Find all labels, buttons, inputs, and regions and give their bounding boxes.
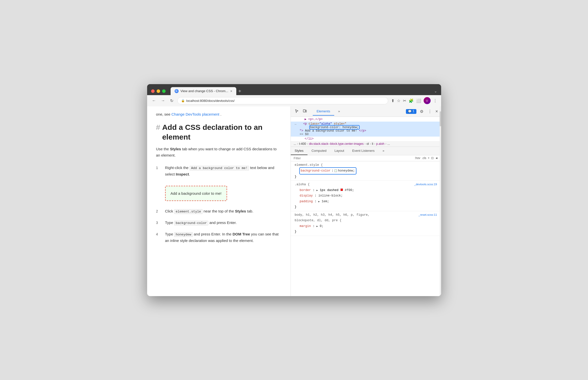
aloha-border[interactable]: border : ▶ 1px dashed #f00; bbox=[295, 188, 437, 193]
devtools-more-icon[interactable]: ⋮ bbox=[427, 108, 433, 115]
styles-panel: Styles Computed Layout Event Listeners »… bbox=[291, 147, 441, 296]
tabs-area: G View and change CSS - Chrom... × + bbox=[171, 87, 431, 95]
element-style-header: element.style { bbox=[295, 162, 437, 168]
step-content-2: Click element.style near the top of the … bbox=[165, 208, 282, 214]
border-expand[interactable]: ▶ bbox=[316, 189, 318, 192]
menu-icon[interactable]: ⋮ bbox=[433, 98, 437, 103]
hov-button[interactable]: :hov bbox=[415, 156, 420, 160]
dom-line-selected[interactable]: … <p class="aloha" style=" background-co… bbox=[291, 122, 441, 137]
tab-title: View and change CSS - Chrom... bbox=[181, 89, 228, 93]
traffic-lights bbox=[151, 89, 166, 93]
bc-ol[interactable]: ol bbox=[366, 142, 369, 146]
reset-section: _reset.scss:11 body, h1, h2, h3, h4, h5,… bbox=[291, 211, 441, 236]
aloha-padding[interactable]: padding : ▶ 1em; bbox=[295, 199, 437, 204]
devtools: Elements » 💬 1 ⚙ ⋮ × bbox=[291, 106, 441, 296]
step-content-4: Type honeydew and press Enter. In the DO… bbox=[165, 231, 282, 244]
demo-box[interactable]: Add a background color to me! bbox=[165, 186, 227, 201]
cls-button[interactable]: .cls bbox=[422, 156, 426, 160]
tab-layout[interactable]: Layout bbox=[330, 147, 348, 155]
maximize-traffic-light[interactable] bbox=[162, 89, 166, 93]
cut-icon[interactable]: ✂ bbox=[403, 98, 406, 103]
tab-event-listeners[interactable]: Event Listeners bbox=[348, 147, 379, 155]
code-reference-4: honeydew bbox=[174, 232, 193, 237]
devtools-panel: Elements » 💬 1 ⚙ ⋮ × bbox=[291, 106, 441, 296]
dom-line-1: ▶ <p>…</p> bbox=[291, 117, 441, 122]
step-number-4: 4 bbox=[156, 231, 161, 237]
aloha-close: } bbox=[295, 204, 437, 210]
share-icon[interactable]: ⬆ bbox=[391, 98, 394, 103]
page-description: Use the Styles tab when you want to chan… bbox=[156, 146, 282, 159]
bc-div[interactable]: div.stack.stack--block.type.center-image… bbox=[309, 142, 364, 146]
aloha-display[interactable]: display : inline-block; bbox=[295, 193, 437, 199]
forward-button[interactable]: → bbox=[160, 97, 166, 104]
color-swatch-red[interactable] bbox=[340, 189, 343, 191]
bc-li[interactable]: li bbox=[372, 142, 373, 146]
devtools-header: Elements » 💬 1 ⚙ ⋮ × bbox=[291, 106, 441, 117]
refresh-button[interactable]: ↻ bbox=[169, 97, 174, 104]
url-text: localhost:8080/docs/devtools/css/ bbox=[186, 99, 235, 103]
active-tab[interactable]: G View and change CSS - Chrom... × bbox=[171, 87, 236, 95]
new-style-rule-icon[interactable]: ⊡ bbox=[431, 156, 434, 160]
reset-source[interactable]: _reset.scss:11 bbox=[418, 212, 437, 217]
tab-computed[interactable]: Computed bbox=[307, 147, 330, 155]
heading-hash: # bbox=[156, 122, 160, 132]
step-number: 1 bbox=[156, 165, 161, 171]
bg-color-prop-highlighted: background-color : honeydew; bbox=[300, 168, 356, 174]
device-toggle-icon[interactable] bbox=[302, 108, 308, 115]
color-swatch-honeydew[interactable] bbox=[334, 170, 337, 172]
code-reference-1: Add a background color to me! bbox=[190, 166, 249, 171]
chat-icon: 💬 bbox=[408, 110, 412, 113]
dom-tag: ▶ <p>…</p> bbox=[305, 118, 323, 121]
add-style-button[interactable]: + bbox=[428, 156, 430, 160]
heading-text: Add a CSS declaration to an element bbox=[162, 122, 281, 142]
step-1: 1 Right-click the Add a background color… bbox=[156, 165, 282, 203]
step-content: Right-click the Add a background color t… bbox=[165, 165, 282, 203]
url-bar[interactable]: 🔒 localhost:8080/docs/devtools/css/ bbox=[177, 97, 388, 104]
devtools-tabs: Elements » bbox=[313, 107, 403, 116]
bc-t400[interactable]: t-400 bbox=[299, 142, 306, 146]
tab-more[interactable]: » bbox=[379, 147, 388, 155]
new-tab-button[interactable]: + bbox=[236, 87, 243, 95]
elements-tab[interactable]: Elements bbox=[313, 107, 334, 116]
back-button[interactable]: ← bbox=[151, 97, 157, 104]
devtools-close-button[interactable]: × bbox=[435, 109, 438, 114]
step-number-3: 3 bbox=[156, 219, 161, 225]
bc-p[interactable]: p.aloh bbox=[376, 142, 384, 146]
close-traffic-light[interactable] bbox=[151, 89, 155, 93]
aloha-section: _devtools.scss:19 .aloha { border : ▶ 1p… bbox=[291, 181, 441, 211]
more-tabs-button[interactable]: » bbox=[334, 107, 344, 116]
aloha-source[interactable]: _devtools.scss:19 bbox=[414, 182, 437, 187]
extensions-icon[interactable]: 🧩 bbox=[409, 98, 414, 103]
padding-expand[interactable]: ▶ bbox=[318, 200, 320, 203]
breadcrumb-text: one, see Change DevTools placement . bbox=[156, 111, 282, 117]
page-heading: # Add a CSS declaration to an element bbox=[156, 122, 282, 142]
style-prop-bg-color[interactable]: background-color : honeydew; bbox=[295, 168, 437, 174]
demo-box-text: Add a background color to me! bbox=[171, 191, 222, 195]
profile-icon[interactable]: ⬜ bbox=[416, 98, 421, 103]
scrollbar-track[interactable] bbox=[440, 106, 441, 296]
settings-icon[interactable]: ⚙ bbox=[419, 108, 424, 115]
toggle-sidebar-icon[interactable]: ◄ bbox=[435, 156, 438, 160]
tab-styles[interactable]: Styles bbox=[291, 147, 307, 155]
filter-input[interactable] bbox=[294, 156, 413, 160]
bc-more: ... bbox=[387, 142, 390, 146]
tab-close-button[interactable]: × bbox=[230, 89, 232, 93]
dom-line-closing: </li> bbox=[291, 137, 441, 141]
step-3: 3 Type background-color and press Enter. bbox=[156, 219, 282, 226]
main-area: one, see Change DevTools placement . # A… bbox=[147, 106, 441, 296]
reset-margin[interactable]: margin : ▶ 0; bbox=[295, 223, 437, 229]
styles-toolbar: :hov .cls + ⊡ ◄ bbox=[291, 155, 441, 161]
minimize-traffic-light[interactable] bbox=[157, 89, 160, 93]
breadcrumb-link[interactable]: Change DevTools placement bbox=[171, 112, 219, 116]
scrollbar-thumb[interactable] bbox=[440, 111, 441, 126]
step-4: 4 Type honeydew and press Enter. In the … bbox=[156, 231, 282, 244]
reset-header: _reset.scss:11 body, h1, h2, h3, h4, h5,… bbox=[295, 212, 437, 223]
aloha-header: _devtools.scss:19 .aloha { bbox=[295, 182, 437, 188]
bookmark-icon[interactable]: ☆ bbox=[397, 98, 400, 103]
reset-selector: body, h1, h2, h3, h4, h5, h6, p, figure,… bbox=[295, 213, 370, 222]
select-element-icon[interactable] bbox=[294, 108, 300, 115]
margin-expand[interactable]: ▶ bbox=[316, 225, 318, 228]
devtools-header-right: 💬 1 ⚙ ⋮ × bbox=[406, 108, 438, 115]
user-avatar[interactable]: U bbox=[424, 97, 431, 104]
tab-menu-button[interactable]: ⌄ bbox=[434, 89, 437, 93]
